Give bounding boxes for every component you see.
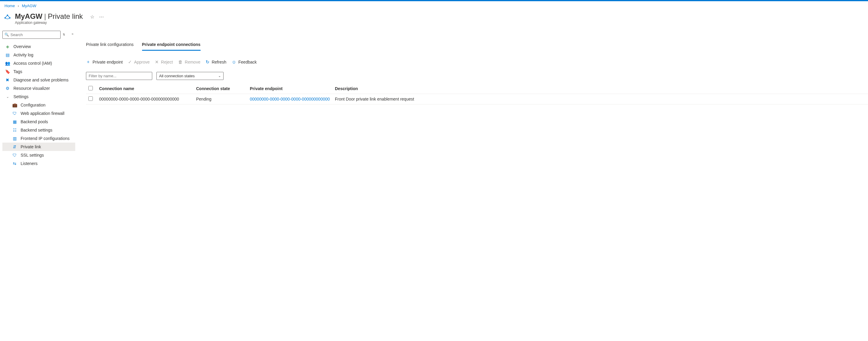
nav-tags[interactable]: 🔖 Tags xyxy=(2,67,75,76)
sidebar-search-input[interactable] xyxy=(2,31,61,39)
feedback-button[interactable]: ☺ Feedback xyxy=(231,59,257,64)
backendsettings-icon: ☷ xyxy=(12,128,17,133)
trash-icon: 🗑 xyxy=(178,59,183,64)
activitylog-icon: ▤ xyxy=(5,53,10,57)
backendpools-icon: ▦ xyxy=(12,120,17,124)
add-private-endpoint-button[interactable]: ＋ Private endpoint xyxy=(86,59,123,65)
table-header-row: Connection name Connection state Private… xyxy=(86,83,868,94)
shield-icon: 🛡 xyxy=(12,111,17,116)
nav-diagnose[interactable]: ✖ Diagnose and solve problems xyxy=(2,76,75,84)
nav-private-link[interactable]: ⇵ Private link xyxy=(2,143,75,151)
cell-description: Front Door private link enablement reque… xyxy=(335,97,868,101)
reject-button: ✕ Reject xyxy=(155,59,173,65)
iam-icon: 👥 xyxy=(5,61,10,66)
nav-listeners[interactable]: ⇆ Listeners xyxy=(2,159,75,168)
breadcrumb: Home › MyAGW xyxy=(0,1,868,10)
cell-connection-state: Pending xyxy=(196,97,250,101)
nav-visualizer[interactable]: ⚙ Resource visualizer xyxy=(2,84,75,93)
tab-privatelink-configs[interactable]: Private link configurations xyxy=(86,40,134,51)
favorite-icon[interactable]: ☆ xyxy=(90,14,94,20)
diagnose-icon: ✖ xyxy=(5,77,10,82)
select-all-checkbox[interactable] xyxy=(88,86,93,91)
appgateway-icon xyxy=(3,13,12,23)
chevron-down-icon: ⌄ xyxy=(218,74,221,78)
refresh-icon: ↻ xyxy=(206,59,210,65)
tab-pe-connections[interactable]: Private endpoint connections xyxy=(142,40,200,51)
ssl-icon: 🛡 xyxy=(12,153,17,158)
breadcrumb-home[interactable]: Home xyxy=(4,4,15,8)
remove-button: 🗑 Remove xyxy=(178,59,200,64)
nav-section-settings[interactable]: ⌄ Settings xyxy=(2,93,75,101)
privatelink-icon: ⇵ xyxy=(12,144,17,149)
updown-icon[interactable]: ⇅ xyxy=(63,33,65,36)
visualizer-icon: ⚙ xyxy=(5,86,10,91)
nav-ssl[interactable]: 🛡 SSL settings xyxy=(2,151,75,159)
nav-iam[interactable]: 👥 Access control (IAM) xyxy=(2,59,75,67)
cell-connection-name: 00000000-0000-0000-0000-000000000000 xyxy=(99,97,196,101)
nav-backend-pools[interactable]: ▦ Backend pools xyxy=(2,117,75,126)
col-connection-name: Connection name xyxy=(99,86,196,91)
more-icon[interactable]: ⋯ xyxy=(99,14,104,20)
frontendip-icon: ▥ xyxy=(12,136,17,141)
row-checkbox[interactable] xyxy=(88,96,93,101)
refresh-button[interactable]: ↻ Refresh xyxy=(206,59,226,65)
table-row[interactable]: 00000000-0000-0000-0000-000000000000 Pen… xyxy=(86,94,868,104)
check-icon: ✓ xyxy=(128,59,132,65)
x-icon: ✕ xyxy=(155,59,159,65)
tag-icon: 🔖 xyxy=(5,69,10,74)
nav-frontend-ip[interactable]: ▥ Frontend IP configurations xyxy=(2,134,75,143)
nav-backend-settings[interactable]: ☷ Backend settings xyxy=(2,126,75,134)
nav-configuration[interactable]: 💼 Configuration xyxy=(2,101,75,109)
nav-waf[interactable]: 🛡 Web application firewall xyxy=(2,109,75,117)
col-private-endpoint: Private endpoint xyxy=(250,86,335,91)
filter-state-dropdown[interactable]: All connection states ⌄ xyxy=(156,72,223,80)
approve-button: ✓ Approve xyxy=(128,59,150,65)
listeners-icon: ⇆ xyxy=(12,161,17,166)
resource-name: MyAGW xyxy=(15,12,42,21)
col-description: Description xyxy=(335,86,868,91)
configuration-icon: 💼 xyxy=(12,103,17,107)
col-connection-state: Connection state xyxy=(196,86,250,91)
filter-name-input[interactable] xyxy=(86,72,152,80)
blade-name: Private link xyxy=(48,12,83,21)
nav-activity-log[interactable]: ▤ Activity log xyxy=(2,51,75,59)
breadcrumb-resource[interactable]: MyAGW xyxy=(22,4,36,8)
nav-overview[interactable]: ◈ Overview xyxy=(2,42,75,51)
search-icon: 🔍 xyxy=(4,33,9,37)
plus-icon: ＋ xyxy=(86,59,90,65)
page-title: MyAGW | Private link xyxy=(15,12,83,21)
cell-private-endpoint-link[interactable]: 00000000-0000-0000-0000-000000000000 xyxy=(250,97,330,101)
resource-type: Application gateway xyxy=(15,21,83,25)
overview-icon: ◈ xyxy=(5,44,10,49)
feedback-icon: ☺ xyxy=(231,59,236,64)
chevron-down-icon: ⌄ xyxy=(5,95,10,99)
breadcrumb-separator: › xyxy=(18,4,19,8)
